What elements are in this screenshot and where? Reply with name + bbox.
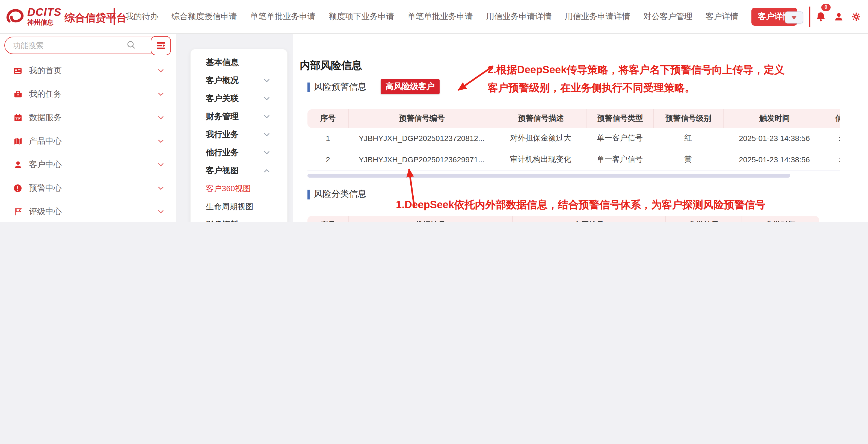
nav-dropdown-button[interactable] — [785, 11, 803, 24]
chevron-down-icon — [264, 115, 270, 119]
notification-badge: 0 — [821, 3, 831, 11]
chevron-down-icon — [158, 92, 164, 96]
submenu-item-customer-view[interactable]: 客户视图 — [191, 162, 287, 180]
nav-item-my-todo[interactable]: 我的待办 — [126, 11, 158, 22]
nav-item-loan-detail-2[interactable]: 用信业务申请详情 — [565, 11, 630, 22]
table-cell: YJBHYJXH_DGP20250123629971... — [348, 155, 495, 164]
horizontal-scrollbar[interactable] — [307, 174, 790, 178]
column-header: 预警信号描述 — [495, 109, 587, 128]
sidebar-menu: 我的首页 我的任务 数据服务 产品中心 客户中心 — [0, 59, 176, 222]
table-cell: YJBHYJXH_DGP20250123720812... — [348, 134, 495, 143]
submenu-item-other-bank-business[interactable]: 他行业务 — [191, 144, 287, 162]
annotation-note-1: 1.DeepSeek依托内外部数据信息，结合预警信号体系，为客户探测风险预警信号 — [396, 196, 765, 214]
chevron-down-icon — [264, 133, 270, 137]
chevron-down-icon — [158, 139, 164, 143]
user-icon[interactable] — [834, 12, 843, 21]
chevron-down-icon — [158, 186, 164, 190]
product-name: 综合信贷平台 — [64, 11, 127, 25]
submenu-item-customer-overview[interactable]: 客户概况 — [191, 71, 287, 90]
submenu-item-customer-relation[interactable]: 客户关联 — [191, 90, 287, 108]
sidebar-item-warning-center[interactable]: 预警中心 — [0, 177, 176, 200]
submenu-item-lifecycle-view[interactable]: 生命周期视图 — [191, 198, 287, 216]
warning-info-header: 风险预警信息 — [307, 82, 366, 93]
nav-item-customer-detail[interactable]: 客户详情 — [706, 11, 738, 22]
column-header: 序号 — [307, 216, 348, 222]
submenu-item-our-bank-business[interactable]: 我行业务 — [191, 126, 287, 144]
gear-icon[interactable] — [852, 12, 861, 21]
submenu-label: 客户关联 — [206, 93, 239, 104]
high-risk-badge: 高风险级客户 — [381, 79, 440, 94]
app-window: DCITS 神州信息 综合信贷平台 我的待办 综合额度授信申请 单笔单批业务申请… — [0, 0, 868, 222]
column-header: 借据编号 — [348, 216, 512, 222]
annotation-note-2: 2.根据DeepSeek传导策略，将客户名下预警信号向上传导，定义 客户预警级别… — [488, 61, 784, 97]
sidebar-item-product-center[interactable]: 产品中心 — [0, 129, 176, 153]
chevron-down-icon — [264, 79, 270, 83]
sidebar-item-customer-center[interactable]: 客户中心 — [0, 153, 176, 177]
section-bar — [307, 82, 310, 92]
chevron-down-icon — [158, 69, 164, 73]
column-header: 预警信号类型 — [587, 109, 653, 128]
sidebar-item-label: 预警中心 — [29, 183, 62, 194]
nav-item-loan-detail-1[interactable]: 用信业务申请详情 — [486, 11, 552, 22]
submenu-label: 客户视图 — [206, 166, 239, 176]
table-header-row: 序号 预警信号编号 预警信号描述 预警信号类型 预警信号级别 触发时间 信号状态 — [307, 109, 840, 128]
nav-item-quota-under[interactable]: 额度项下业务申请 — [329, 11, 394, 22]
calendar-icon — [13, 114, 22, 122]
user-icon — [13, 161, 22, 169]
submenu-item-customer-360-view[interactable]: 客户360视图 — [191, 180, 287, 198]
sidebar-item-label: 我的首页 — [29, 66, 62, 76]
menu-collapse-button[interactable] — [151, 36, 171, 55]
sidebar-item-label: 数据服务 — [29, 113, 62, 123]
risk-classify-table: 序号 借据编号 合同编号 分类结果 分类时间 1 NRCBILL20250106… — [307, 216, 819, 222]
table-cell: 未消除 — [826, 155, 840, 165]
submenu-item-image-files[interactable]: 影像资料 — [191, 216, 287, 222]
top-navbar: DCITS 神州信息 综合信贷平台 我的待办 综合额度授信申请 单笔单批业务申请… — [0, 0, 868, 34]
bell-icon[interactable] — [816, 11, 826, 22]
sidebar-item-rating-center[interactable]: 评级中心 — [0, 200, 176, 222]
company-subname: 神州信息 — [27, 19, 61, 26]
table-row: 1 YJBHYJXH_DGP20250123720812... 对外担保金额过大… — [307, 128, 840, 149]
column-header: 合同编号 — [512, 216, 665, 222]
nav-menu: 我的待办 综合额度授信申请 单笔单批业务申请 额度项下业务申请 单笔单批业务申请… — [126, 0, 797, 33]
sidebar-item-label: 客户中心 — [29, 159, 62, 170]
table-cell: 对外担保金额过大 — [495, 134, 587, 143]
table-cell: 1 — [307, 134, 348, 143]
table-cell: 2025-01-23 14:38:56 — [723, 155, 826, 164]
submenu-label: 他行业务 — [206, 148, 239, 158]
flag-icon — [13, 208, 22, 216]
submenu-label: 基本信息 — [206, 57, 239, 68]
submenu-label: 我行业务 — [206, 129, 239, 140]
submenu-item-basic-info[interactable]: 基本信息 — [191, 54, 287, 71]
section-title-internal-risk: 内部风险信息 — [300, 58, 362, 73]
chevron-down-icon — [264, 97, 270, 100]
chevron-down-icon — [264, 151, 270, 155]
nav-item-single-batch-1[interactable]: 单笔单批业务申请 — [250, 11, 316, 22]
column-header: 信号状态 — [826, 109, 840, 128]
table-cell: 审计机构出现变化 — [495, 155, 587, 165]
submenu-item-finance-mgmt[interactable]: 财务管理 — [191, 108, 287, 126]
warning-signal-table: 序号 预警信号编号 预警信号描述 预警信号类型 预警信号级别 触发时间 信号状态… — [307, 109, 840, 171]
table-cell: 黄 — [653, 155, 723, 165]
section-label: 风险预警信息 — [314, 82, 366, 93]
sidebar-item-label: 产品中心 — [29, 136, 62, 146]
sidebar-item-my-home[interactable]: 我的首页 — [0, 59, 176, 83]
table-cell: 未消除 — [826, 134, 840, 143]
chevron-down-icon — [791, 16, 797, 20]
sidebar-item-my-tasks[interactable]: 我的任务 — [0, 83, 176, 106]
submenu-label-active: 客户360视图 — [206, 184, 251, 194]
section-label: 风险分类信息 — [314, 188, 366, 200]
submenu-label: 客户概况 — [206, 76, 239, 86]
chevron-down-icon — [158, 210, 164, 214]
search-input[interactable] — [4, 37, 166, 54]
id-card-icon — [13, 67, 22, 75]
nav-item-single-batch-2[interactable]: 单笔单批业务申请 — [407, 11, 473, 22]
nav-item-corp-customer[interactable]: 对公客户管理 — [643, 11, 692, 22]
chevron-down-icon — [158, 163, 164, 167]
column-header: 预警信号编号 — [348, 109, 495, 128]
briefcase-icon — [13, 90, 22, 98]
nav-item-credit-apply[interactable]: 综合额度授信申请 — [172, 11, 237, 22]
sidebar-item-label: 我的任务 — [29, 89, 62, 99]
column-header: 触发时间 — [723, 109, 826, 128]
sidebar-item-data-service[interactable]: 数据服务 — [0, 106, 176, 129]
submenu-label: 财务管理 — [206, 112, 239, 122]
